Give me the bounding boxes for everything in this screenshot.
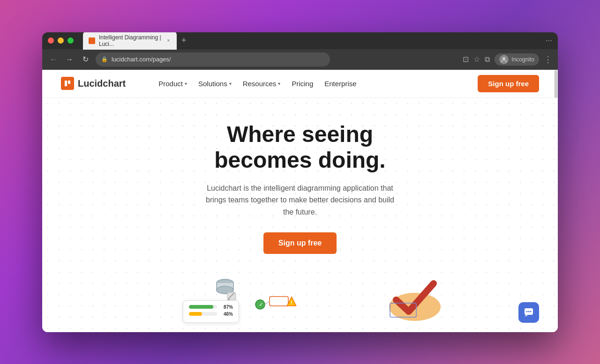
nav-resources[interactable]: Resources ▾ (238, 77, 285, 90)
browser-menu-icon[interactable]: ⋮ (544, 54, 552, 65)
hero-signup-button[interactable]: Sign up free (263, 232, 337, 254)
tab-title: Intelligent Diagramming | Luci... (99, 34, 162, 47)
scrollbar-thumb (555, 70, 557, 98)
address-bar: ← → ↻ 🔒 lucidchart.com/pages/ ⊡ ☆ ⧉ Inco… (42, 49, 558, 70)
minimize-button[interactable] (58, 37, 64, 44)
chart-bar-fill-1 (189, 305, 213, 309)
svg-text:✓: ✓ (259, 301, 263, 308)
title-bar: Intelligent Diagramming | Luci... × + ⋯ (42, 32, 558, 49)
svg-point-0 (502, 57, 505, 60)
logo-text: Lucidchart (78, 78, 126, 89)
active-tab[interactable]: Intelligent Diagramming | Luci... × (83, 32, 177, 50)
title-bar-menu: ⋯ (546, 37, 552, 45)
close-button[interactable] (48, 37, 54, 44)
database-illustration (211, 276, 239, 304)
chart-card: 87% 46% (183, 300, 239, 323)
logo-icon (61, 77, 74, 90)
chart-bar-fill-2 (189, 312, 202, 316)
svg-point-17 (528, 311, 530, 312)
flow-diagram-illustration: ✓ (253, 293, 291, 318)
site-content: Lucidchart Product ▾ Solutions ▾ Resourc… (42, 70, 558, 332)
hero-subtitle: Lucidchart is the intelligent diagrammin… (202, 182, 398, 218)
reload-button[interactable]: ↻ (80, 54, 91, 65)
svg-line-11 (265, 301, 270, 305)
solutions-chevron-icon: ▾ (229, 81, 232, 86)
url-text: lucidchart.com/pages/ (112, 56, 171, 63)
nav-links: Product ▾ Solutions ▾ Resources ▾ Pricin… (154, 77, 361, 90)
warning-illustration: ! (286, 296, 297, 309)
tab-bar: Intelligent Diagramming | Luci... × + (83, 32, 190, 50)
nav-product[interactable]: Product ▾ (154, 77, 192, 90)
chart-bar-row-1: 87% (189, 305, 233, 310)
chart-bar-row-2: 46% (189, 312, 233, 317)
incognito-icon (499, 55, 509, 64)
product-chevron-icon: ▾ (185, 81, 187, 86)
svg-point-18 (530, 311, 532, 312)
svg-point-16 (526, 311, 528, 312)
logo[interactable]: Lucidchart (61, 77, 126, 90)
nav-solutions[interactable]: Solutions ▾ (194, 77, 236, 90)
svg-rect-14 (390, 303, 416, 317)
tab-favicon (89, 37, 95, 44)
browser-window: Intelligent Diagramming | Luci... × + ⋯ … (42, 32, 558, 332)
url-bar[interactable]: 🔒 lucidchart.com/pages/ (96, 52, 330, 67)
lock-icon: 🔒 (101, 56, 108, 62)
forward-button[interactable]: → (64, 54, 75, 65)
hero-section: Where seeing becomes doing. Lucidchart i… (42, 98, 558, 332)
chart-pct-2: 46% (220, 312, 233, 317)
back-button[interactable]: ← (48, 54, 59, 65)
svg-rect-10 (270, 297, 288, 306)
chart-bar-bg-1 (189, 305, 217, 309)
preview-area: 87% 46% (52, 268, 548, 332)
svg-text:!: ! (291, 300, 292, 305)
window-controls: ⋯ (546, 37, 552, 45)
incognito-badge: Incognito (495, 53, 539, 66)
site-nav: Lucidchart Product ▾ Solutions ▾ Resourc… (42, 70, 558, 98)
chart-bar-bg-2 (189, 312, 217, 316)
maximize-button[interactable] (68, 37, 74, 44)
address-bar-icons: ⊡ ☆ ⧉ Incognito ⋮ (463, 53, 552, 66)
box-illustration (389, 302, 417, 320)
tab-close-icon[interactable]: × (166, 37, 171, 44)
nav-pricing[interactable]: Pricing (287, 77, 318, 90)
bookmark-icon[interactable]: ☆ (473, 55, 480, 64)
scrollbar[interactable] (554, 70, 558, 97)
cast-icon[interactable]: ⊡ (463, 55, 469, 64)
nav-signup-button[interactable]: Sign up free (478, 75, 539, 92)
chat-button[interactable] (518, 302, 539, 323)
hero-title: Where seeing becomes doing. (183, 121, 417, 173)
new-tab-button[interactable]: + (178, 36, 190, 45)
nav-enterprise[interactable]: Enterprise (320, 77, 361, 90)
resources-chevron-icon: ▾ (278, 81, 280, 86)
chart-pct-1: 87% (220, 305, 233, 310)
incognito-label: Incognito (511, 56, 534, 63)
tab-groups-icon[interactable]: ⧉ (485, 55, 490, 64)
svg-rect-1 (61, 77, 74, 90)
